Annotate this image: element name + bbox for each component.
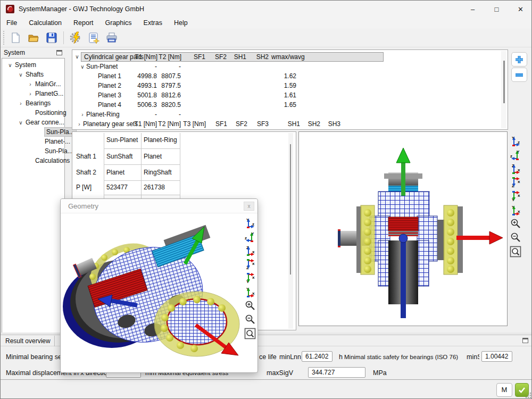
detail-cell[interactable]: 523477 [106, 184, 128, 191]
table-row[interactable]: Planet 2 4993.1 8797.5 1.59 [72, 81, 500, 90]
tree-item[interactable]: ›MainGr... [2, 79, 64, 89]
row-indent: Planet 1 [72, 71, 121, 81]
expander-icon[interactable]: › [26, 89, 35, 99]
menu-item[interactable]: Help [168, 18, 194, 29]
menu-item[interactable]: Graphics [99, 18, 138, 29]
model-3d-view[interactable] [298, 131, 508, 326]
table-row[interactable]: Planet 4 5006.3 8820.5 1.65 [72, 100, 500, 110]
system-tree: ∨System ∨Shafts ›MainGr... ›PlanetG... ›… [2, 58, 65, 335]
detail-cell[interactable]: 261738 [144, 184, 165, 191]
detail-row-label: Shaft 1 [76, 153, 96, 160]
expander-icon[interactable]: › [26, 80, 35, 89]
expander-icon[interactable]: ∨ [16, 118, 26, 128]
float-panel-icon[interactable] [522, 338, 528, 343]
tree-item[interactable]: Calculations [2, 156, 64, 165]
tree-item[interactable]: Positioning [2, 108, 64, 118]
expander-icon[interactable]: ∨ [79, 62, 86, 72]
tree-item[interactable]: Sun-Pla... [2, 146, 64, 156]
tree-item[interactable]: ∨Gear conne... [2, 118, 64, 127]
resize-grip[interactable] [525, 392, 531, 398]
zoom-out-button[interactable] [244, 313, 256, 326]
expander-icon[interactable]: ∨ [5, 61, 15, 70]
table-row[interactable]: ›Planet-Ring - - [72, 110, 500, 119]
tree-item[interactable]: ∨System [2, 60, 64, 70]
zoom-in-icon [510, 218, 521, 230]
expander-icon[interactable]: ∨ [16, 70, 26, 80]
table-row[interactable]: ∨Sun-Planet - - [72, 62, 500, 71]
tree-item[interactable]: ∨Shafts [2, 70, 64, 79]
menu-item[interactable]: Report [68, 18, 99, 29]
maximize-button[interactable]: □ [485, 1, 509, 18]
view-zx-down-button[interactable]: Zx [244, 258, 256, 271]
view-zx-button[interactable]: Zx [244, 244, 256, 257]
remove-button[interactable] [511, 68, 527, 82]
row-label: Planet 4 [98, 101, 121, 109]
vertical-scrollbar[interactable] [501, 51, 506, 128]
expander-icon[interactable]: › [16, 99, 26, 109]
tree-item[interactable]: Sun-Pla... [2, 127, 64, 137]
print-button[interactable] [104, 30, 120, 46]
view-zx-button[interactable]: Zx [509, 162, 522, 175]
zoom-in-button[interactable] [244, 300, 256, 312]
detail-cell[interactable]: Planet [144, 153, 162, 160]
tree-item[interactable]: ›PlanetG... [2, 89, 64, 98]
view-zx-down-icon: Zx [510, 177, 521, 188]
view-zy-button[interactable]: Yz [509, 148, 522, 161]
view-zx-down-button[interactable]: Zx [509, 176, 522, 189]
menu-item[interactable]: Calculation [23, 18, 68, 29]
geometry-window-titlebar[interactable]: Geometry x [61, 199, 257, 213]
zoom-fit-button[interactable] [509, 245, 522, 258]
planetary-gear-sets-row[interactable]: ›Planetary gear sets T1 [Nm] T2 [Nm] T3 … [72, 119, 500, 129]
table-row[interactable]: Planet 3 5001.8 8812.6 1.61 [72, 90, 500, 100]
new-document-button[interactable] [7, 30, 23, 46]
view-zy-button[interactable]: Yz [244, 230, 256, 243]
scrollbar-thumb[interactable] [290, 144, 291, 275]
row-indent: Planet 4 [72, 100, 121, 110]
menu-item[interactable]: Extras [138, 18, 168, 29]
tree-item[interactable]: ›Bearings [2, 98, 64, 108]
cell-wmax: 1.61 [253, 90, 296, 100]
zoom-fit-icon [244, 328, 256, 339]
gear-table-header[interactable]: Cylindrical gear pairs T1 [Nm] T2 [Nm] S… [81, 52, 384, 62]
report-button[interactable] [86, 30, 102, 46]
expander-icon[interactable]: › [76, 120, 83, 129]
table-expander-icon[interactable]: ∨ [73, 52, 81, 62]
zoom-fit-button[interactable] [244, 327, 256, 340]
expander-icon[interactable]: › [79, 110, 86, 120]
result-value-field[interactable]: 344.727 [308, 367, 365, 378]
detail-cell[interactable]: SunShaft [106, 153, 132, 160]
titlebar: SystemManager - GWJ Technology GmbH – □ … [1, 1, 532, 18]
result-value-field[interactable]: 1.00442 [481, 351, 512, 362]
view-yz-button[interactable]: Yz [509, 135, 522, 147]
view-yz-button[interactable]: Yz [244, 217, 256, 229]
view-yx-button[interactable]: Yx [244, 286, 256, 298]
minimize-button[interactable]: – [461, 1, 485, 18]
result-overview-tab[interactable]: Result overview [2, 336, 55, 346]
vertical-scrollbar[interactable] [288, 133, 293, 329]
view-yx-button[interactable]: Yx [509, 204, 522, 217]
table-row[interactable]: Planet 1 4998.8 8807.5 1.62 [72, 71, 500, 81]
scrollbar-thumb[interactable] [503, 61, 505, 103]
view-yx-down-button[interactable]: Yx [244, 272, 256, 285]
view-yx-down-button[interactable]: Yx [509, 190, 522, 203]
calculate-button[interactable] [68, 30, 84, 46]
close-button[interactable]: x [244, 202, 254, 211]
geometry-window[interactable]: Geometry x Yz Yz [60, 198, 258, 373]
view-toolbar: Yz Yz Zx Zx Yx Yx [244, 217, 257, 341]
zoom-out-button[interactable] [509, 231, 522, 244]
close-button[interactable]: ✕ [509, 1, 532, 18]
add-button[interactable] [511, 52, 527, 66]
toolbar-grip[interactable] [2, 31, 6, 45]
zoom-in-button[interactable] [509, 218, 522, 230]
result-value-field[interactable]: 61.2402 [302, 351, 332, 362]
view-yx-icon: Yx [510, 204, 521, 216]
view-yx-down-icon: Yx [244, 272, 256, 284]
m-button[interactable]: M [496, 383, 512, 397]
float-panel-icon[interactable] [56, 50, 62, 55]
save-button[interactable] [44, 30, 60, 46]
open-button[interactable] [26, 30, 41, 46]
tree-item[interactable]: Planet-... [2, 137, 64, 146]
menu-item[interactable]: File [1, 18, 23, 29]
detail-cell[interactable]: Planet [106, 169, 124, 176]
detail-cell[interactable]: RingShaft [144, 169, 172, 176]
